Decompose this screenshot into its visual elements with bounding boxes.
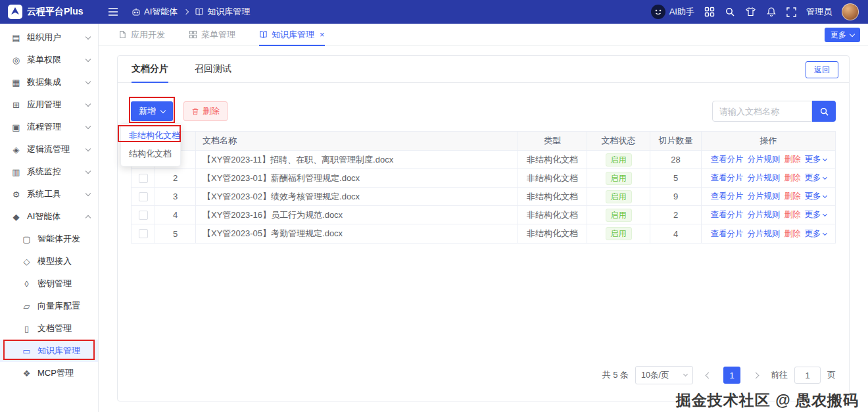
add-dropdown-menu: 非结构化文档 结构化文档 [120, 123, 181, 167]
delete-link[interactable]: 删除 [784, 172, 801, 184]
agent-dev-icon: ▢ [22, 234, 32, 244]
header-name: 文档名称 [196, 132, 518, 150]
search-icon [819, 107, 829, 116]
sidebar-item-system-monitor[interactable]: ▥ 系统监控 [0, 161, 98, 183]
logo-icon [8, 5, 22, 19]
total-count: 共 5 条 [602, 369, 629, 381]
delete-link[interactable]: 删除 [784, 228, 801, 240]
table-header-row: 文档名称 类型 文档状态 切片数量 操作 [132, 132, 835, 151]
more-link[interactable]: 更多 [805, 209, 827, 220]
search-input[interactable] [712, 101, 812, 122]
sidebar-item-data-integration[interactable]: ▦ 数据集成 [0, 71, 98, 93]
prev-page-button[interactable] [700, 367, 717, 384]
sidebar-item-system-tools[interactable]: ⚙ 系统工具 [0, 183, 98, 205]
pagination: 共 5 条 10条/页 1 前往 页 [602, 366, 836, 384]
table-row: 3 【XY管2023-02】绩效考核管理规定.docx 非结构化文档 启用 9 … [132, 188, 835, 206]
delete-link[interactable]: 删除 [784, 191, 801, 202]
chevron-down-icon [85, 34, 91, 39]
doc-name: 【XY管2023-11】招聘、在职、离职管理制度.docx [196, 151, 518, 168]
sidebar-item-app-management[interactable]: ⊞ 应用管理 [0, 93, 98, 116]
add-button[interactable]: 新增 [131, 101, 173, 121]
ai-assistant-button[interactable]: AI助手 [651, 5, 694, 19]
worktab-menu-management[interactable]: 菜单管理 [189, 24, 235, 45]
breadcrumb-ai-agent[interactable]: AI智能体 [132, 6, 178, 18]
current-page-button[interactable]: 1 [723, 367, 740, 384]
chevron-down-icon [85, 78, 91, 84]
sidebar-item-org-users[interactable]: ▤ 组织用户 [0, 26, 98, 49]
delete-button[interactable]: 删除 [183, 101, 228, 121]
book-icon [195, 7, 204, 16]
sidebar-item-menu-perms[interactable]: ◎ 菜单权限 [0, 49, 98, 71]
sidebar-item-mcp-management[interactable]: ❖ MCP管理 [0, 362, 98, 384]
sidebar-item-doc-management[interactable]: ▯ 文档管理 [0, 317, 98, 340]
search-icon[interactable] [725, 7, 735, 17]
logo-text: 云程平台Plus [27, 6, 84, 18]
worktab-app-dev[interactable]: 应用开发 [118, 24, 165, 45]
fullscreen-icon[interactable] [786, 7, 796, 17]
table-row: 4 【XY管2023-16】员工行为规范.docx 非结构化文档 启用 2 查看… [132, 206, 835, 224]
hamburger-icon[interactable] [108, 7, 118, 16]
more-link[interactable]: 更多 [805, 172, 827, 184]
delete-link[interactable]: 删除 [784, 209, 801, 220]
chevron-left-icon [705, 372, 711, 378]
more-link[interactable]: 更多 [805, 191, 827, 202]
chevron-down-icon [822, 157, 827, 161]
more-button[interactable]: 更多 [825, 28, 860, 42]
topbar: 云程平台Plus AI智能体 知识库管理 AI助手 [0, 0, 868, 24]
view-slices-link[interactable]: 查看分片 [711, 154, 744, 165]
back-button[interactable]: 返回 [806, 61, 838, 78]
more-link[interactable]: 更多 [805, 154, 827, 165]
goto-page-input[interactable] [794, 367, 821, 384]
mcp-icon: ❖ [22, 369, 32, 378]
doc-name: 【XY管2023-02】绩效考核管理规定.docx [196, 188, 518, 205]
delete-link[interactable]: 删除 [784, 154, 801, 165]
menu-item-unstructured-doc[interactable]: 非结构化文档 [121, 126, 180, 145]
tab-doc-slice[interactable]: 文档分片 [132, 56, 168, 82]
notification-bell-icon[interactable] [766, 7, 777, 17]
slice-rule-link[interactable]: 分片规则 [748, 191, 781, 202]
sidebar-item-key-management[interactable]: ◊ 密钥管理 [0, 272, 98, 295]
status-badge: 启用 [606, 209, 632, 222]
slice-rule-link[interactable]: 分片规则 [748, 172, 781, 184]
breadcrumb-knowledge-base[interactable]: 知识库管理 [195, 6, 250, 18]
sidebar-item-model-access[interactable]: ◇ 模型接入 [0, 250, 98, 272]
view-slices-link[interactable]: 查看分片 [711, 228, 744, 240]
sidebar-item-process-management[interactable]: ▣ 流程管理 [0, 116, 98, 138]
main-content: 文档分片 召回测试 返回 新增 删除 [99, 46, 868, 412]
row-checkbox[interactable] [139, 192, 148, 201]
sidebar-item-vector-config[interactable]: ▱ 向量库配置 [0, 295, 98, 317]
view-slices-link[interactable]: 查看分片 [711, 191, 744, 202]
view-slices-link[interactable]: 查看分片 [711, 209, 744, 220]
sidebar-item-ai-agent[interactable]: ◆ AI智能体 [0, 205, 98, 228]
tab-recall-test[interactable]: 召回测试 [195, 56, 231, 82]
close-tab-icon[interactable]: × [320, 30, 325, 39]
apps-grid-icon[interactable] [704, 7, 715, 17]
document-icon [118, 30, 127, 39]
search-button[interactable] [812, 101, 836, 122]
worktab-kb-management[interactable]: 知识库管理 × [259, 24, 325, 45]
next-page-button[interactable] [747, 367, 764, 384]
user-avatar[interactable] [842, 3, 859, 20]
status-badge: 启用 [606, 153, 632, 167]
table-row: 5 【XY管2023-05】考勤管理规定.docx 非结构化文档 启用 4 查看… [132, 224, 835, 243]
more-link[interactable]: 更多 [805, 228, 827, 240]
theme-shirt-icon[interactable] [745, 7, 756, 17]
system-tools-icon: ⚙ [11, 190, 21, 199]
row-checkbox[interactable] [139, 229, 148, 238]
slice-rule-link[interactable]: 分片规则 [748, 228, 781, 240]
menu-item-structured-doc[interactable]: 结构化文档 [121, 145, 180, 163]
view-slices-link[interactable]: 查看分片 [711, 172, 744, 184]
row-checkbox[interactable] [139, 211, 148, 220]
row-checkbox[interactable] [139, 174, 148, 183]
breadcrumb: AI智能体 知识库管理 [132, 6, 250, 18]
slice-rule-link[interactable]: 分片规则 [748, 154, 781, 165]
chevron-down-icon [85, 123, 91, 128]
sidebar-item-kb-management[interactable]: ▭ 知识库管理 [0, 340, 98, 362]
sidebar-item-agent-dev[interactable]: ▢ 智能体开发 [0, 228, 98, 250]
sidebar-item-logic-flow[interactable]: ◈ 逻辑流管理 [0, 138, 98, 161]
logo[interactable]: 云程平台Plus [0, 5, 99, 19]
header-status: 文档状态 [587, 132, 650, 150]
menu-grid-icon [189, 30, 197, 39]
slice-rule-link[interactable]: 分片规则 [748, 209, 781, 220]
page-size-select[interactable]: 10条/页 [635, 366, 693, 384]
